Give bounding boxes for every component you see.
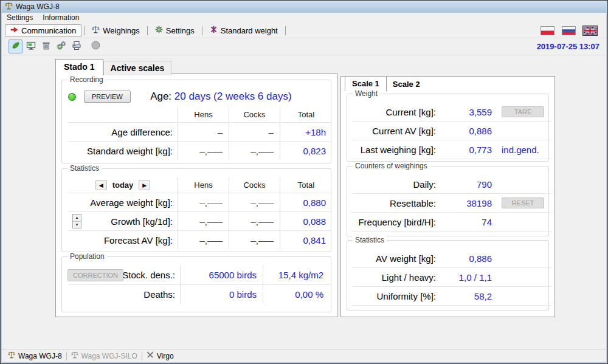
menu-settings[interactable]: Settings	[2, 13, 38, 23]
age-label: Age:	[150, 91, 171, 102]
preview-button[interactable]: PREVIEW	[84, 91, 131, 103]
flag-united-kingdom[interactable]	[583, 26, 597, 35]
status-item-virgo[interactable]: Virgo	[142, 351, 178, 360]
main-area: Stado 1 Active scales Recording PREVIEW …	[2, 55, 606, 349]
statistics-group: Statistics ◀ today ▶ Hens Cocks Total Av…	[61, 168, 331, 252]
title-bar[interactable]: Waga WGJ-8	[2, 1, 606, 13]
age-difference-hens: –	[178, 122, 229, 141]
counters-group-title: Counters of weighings	[353, 162, 430, 170]
counters-table: Daily: 790 Resettable: 38198 RESET Frequ…	[352, 175, 545, 232]
leaf-icon	[11, 41, 21, 52]
separator	[147, 26, 148, 35]
recording-group: Recording PREVIEW Age: 20 days (2 weeks …	[61, 80, 331, 163]
current-av-extra	[496, 122, 551, 140]
separator	[84, 26, 85, 35]
reset-button[interactable]: RESET	[502, 197, 544, 208]
recording-header-spacer	[68, 107, 178, 122]
tare-button[interactable]: TARE	[502, 106, 544, 117]
last-weighing-value: 0,773	[441, 140, 496, 159]
tab-stado-1[interactable]: Stado 1	[55, 59, 103, 75]
menu-information[interactable]: Information	[38, 13, 84, 23]
gear-icon	[155, 26, 163, 35]
tab-active-scales[interactable]: Active scales	[103, 61, 172, 75]
balance-scale-icon	[8, 351, 15, 360]
stock-density-birds: 65000 birds	[180, 266, 263, 284]
tab-scale-2[interactable]: Scale 2	[387, 78, 426, 91]
flag-poland[interactable]	[541, 26, 554, 35]
uniformity-extra	[496, 287, 551, 306]
separator	[202, 26, 202, 35]
period-next-button[interactable]: ▶	[139, 180, 150, 190]
toolbar: 2019-07-25 13:07	[2, 38, 606, 55]
tab-weighings-label: Weighings	[103, 26, 139, 35]
period-label: today	[112, 180, 134, 190]
age-difference-cocks: –	[229, 122, 280, 141]
av-weight-value: 0,886	[441, 249, 496, 268]
weight-table: Current [kg]: 3,559 TARE Current AV [kg]…	[352, 103, 545, 159]
trash-icon	[41, 41, 51, 52]
communication-icon	[10, 26, 18, 35]
frequency-value: 74	[441, 213, 496, 232]
last-weighing-suffix: ind.gend.	[502, 145, 539, 155]
status-item-silo[interactable]: Waga WGJ-SILO	[67, 351, 142, 360]
growth-spinner: ▲ ▼	[72, 214, 81, 228]
average-weight-total: 0,880	[280, 193, 332, 211]
virgo-tools-icon	[147, 351, 154, 360]
monitor-icon	[26, 41, 36, 52]
scale-panel: Scale 1 Scale 2 Weight Current [kg]: 3,5…	[340, 76, 555, 317]
recording-header-total: Total	[280, 107, 332, 122]
toolbar-monitor-button[interactable]	[24, 39, 38, 53]
flag-russia[interactable]	[562, 26, 576, 35]
toolbar-archive-button[interactable]	[39, 39, 53, 53]
deaths-birds: 0 birds	[180, 284, 263, 303]
toolbar-live-view-button[interactable]	[9, 39, 22, 53]
light-heavy-value: 1,0 / 1,1	[441, 268, 496, 287]
statistics-header-hens: Hens	[178, 177, 229, 193]
tab-communication[interactable]: Communication	[5, 24, 81, 37]
spin-down-icon[interactable]: ▼	[73, 222, 81, 228]
resettable-value: 38198	[441, 194, 496, 213]
toolbar-process-button[interactable]	[54, 39, 68, 53]
period-navigator: ◀ today ▶	[68, 180, 178, 190]
statistics-period-cell: ◀ today ▶	[68, 177, 178, 193]
printer-icon	[72, 41, 81, 52]
statistics-header-cocks: Cocks	[229, 177, 280, 193]
language-flags	[541, 26, 603, 35]
population-group: Population CORRECTION Stock. dens.: 6500…	[61, 256, 331, 312]
growth-label-cell: ▲ ▼ Growth [kg/1d]:	[68, 211, 178, 230]
recording-group-title: Recording	[67, 75, 106, 84]
last-weighing-label: Last weighing [kg]:	[352, 140, 441, 159]
resettable-extra: RESET	[496, 194, 551, 213]
flock-tabs: Stado 1 Active scales	[55, 59, 171, 75]
growth-hens: –,–––	[178, 211, 229, 230]
status-bar: Waga WGJ-8 Waga WGJ-SILO Virgo	[2, 349, 606, 362]
statistics-table: ◀ today ▶ Hens Cocks Total Average weigh…	[68, 177, 328, 249]
period-prev-button[interactable]: ◀	[95, 180, 107, 190]
average-weight-cocks: –,–––	[229, 193, 280, 211]
app-window: Waga WGJ-8 Settings Information Communic…	[0, 0, 608, 364]
status-silo-label: Waga WGJ-SILO	[81, 352, 137, 360]
tab-settings[interactable]: Settings	[150, 24, 199, 37]
recording-active-indicator	[68, 93, 76, 101]
tab-standard-weight[interactable]: Standard weight	[205, 24, 283, 37]
spin-up-icon[interactable]: ▲	[73, 215, 81, 222]
statistics-header-total: Total	[280, 177, 332, 193]
status-item-wgj8[interactable]: Waga WGJ-8	[4, 351, 66, 360]
av-weight-label: AV weight [kg]:	[352, 249, 441, 268]
recording-table: Hens Cocks Total Age difference: – – +18…	[68, 107, 328, 160]
recording-top-row: PREVIEW Age: 20 days (2 weeks 6 days)	[62, 80, 331, 107]
age-display: Age: 20 days (2 weeks 6 days)	[131, 91, 326, 103]
deaths-percent: 0,00 %	[263, 284, 330, 303]
current-av-value: 0,886	[441, 122, 496, 140]
standard-weight-label: Standard weight [kg]:	[68, 141, 178, 160]
toolbar-print-button[interactable]	[69, 39, 83, 53]
growth-total: 0,088	[280, 211, 332, 230]
balance-scale-icon	[71, 351, 78, 360]
average-weight-label: Average weight [kg]:	[68, 193, 178, 211]
age-difference-total: +18h	[280, 122, 332, 141]
tab-weighings[interactable]: Weighings	[87, 24, 144, 37]
connection-status-circle-icon	[91, 41, 100, 52]
scale-statistics-group-title: Statistics	[353, 236, 387, 244]
daily-label: Daily:	[352, 175, 441, 194]
correction-button[interactable]: CORRECTION	[67, 269, 123, 281]
